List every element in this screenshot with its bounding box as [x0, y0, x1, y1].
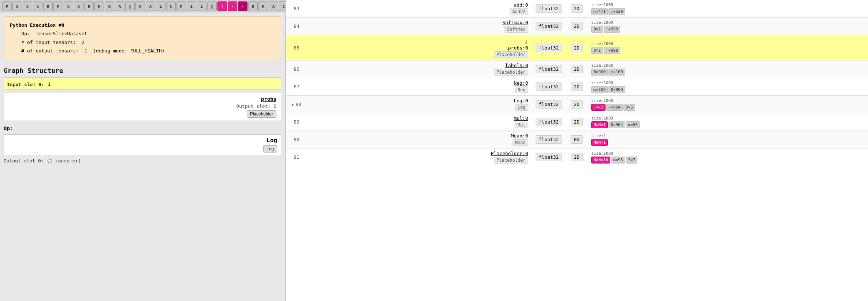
toolbar-btn-5[interactable]: M: [53, 1, 63, 11]
row-number: 91: [286, 148, 308, 166]
row-number: 85: [286, 35, 308, 60]
output-slot-0-label: Output slot 0: (1 consumer): [0, 157, 285, 165]
op-name-cell: add:0 AddV2: [308, 0, 532, 18]
op-button[interactable]: Log: [263, 145, 277, 153]
dim-box: 0D: [571, 135, 583, 144]
table-row: 85 ↓ probs:0 Placeholder float322D size:…: [286, 35, 868, 60]
size-label: size:1000: [591, 116, 864, 121]
info-op-value: TensorSliceDataset: [36, 31, 87, 36]
toolbar-btn-6[interactable]: S: [64, 1, 73, 11]
size-label: size:1000: [591, 63, 864, 68]
toolbar-btn-2[interactable]: S: [23, 1, 32, 11]
toolbar-btn-15[interactable]: E: [156, 1, 165, 11]
expand-arrow-icon[interactable]: ▶: [292, 103, 294, 107]
right-panel: 83 add:0 AddV2 float322D size:1000 ▭×471…: [286, 0, 868, 301]
size-badges: 0×1▭×999: [591, 26, 864, 33]
toolbar-btn-21[interactable]: !: [217, 1, 227, 11]
toolbar-btn-0[interactable]: P: [2, 1, 12, 11]
op-bottom-label: Log: [515, 104, 528, 111]
toolbar-btn-25[interactable]: R: [258, 1, 268, 11]
op-bottom-label: Mul: [515, 122, 528, 128]
toolbar-btn-20[interactable]: m: [207, 1, 217, 11]
info-box: Python Execution #0 Op: TensorSliceDatas…: [4, 16, 281, 60]
op-name-display: Log: [267, 137, 277, 144]
toolbar-btn-7[interactable]: S: [74, 1, 83, 11]
info-debug-mode: (debug mode: FULL_HEALTH): [93, 48, 165, 54]
size-badges: -∞×1▭×9940×5: [591, 104, 864, 111]
dtype-cell: float32: [532, 0, 566, 18]
dim-cell: 2D: [566, 113, 588, 131]
graph-structure-title: Graph Structure: [0, 64, 285, 76]
size-label: size:1000: [591, 81, 864, 85]
size-badge: ▭×100: [591, 86, 608, 93]
placeholder-button[interactable]: Placeholder: [247, 110, 276, 118]
table-row: 89 mul:0 Mul float322D size:1000 NaN×10×…: [286, 113, 868, 131]
size-badge: ▭×95: [626, 121, 640, 128]
dim-cell: 2D: [566, 35, 588, 60]
size-badges: NaN×10×904▭×95: [591, 121, 864, 128]
info-input-label: # of input tensors:: [21, 40, 76, 45]
table-container[interactable]: 83 add:0 AddV2 float322D size:1000 ▭×471…: [286, 0, 868, 301]
size-label: size:1000: [591, 3, 864, 7]
toolbar-btn-23[interactable]: -: [238, 1, 247, 11]
toolbar-btn-17[interactable]: M: [176, 1, 186, 11]
op-box: Log Log: [4, 134, 281, 155]
dtype-cell: float32: [532, 60, 566, 78]
op-name-cell: Log:0 Log: [308, 96, 532, 113]
toolbar-btn-11[interactable]: A: [115, 1, 124, 11]
size-badge: NaN×10: [591, 157, 610, 164]
toolbar-btn-10[interactable]: R: [105, 1, 114, 11]
size-badge: NaN×1: [591, 121, 608, 128]
toolbar-btn-9[interactable]: R: [94, 1, 104, 11]
op-top-label: Placeholder:0: [311, 151, 528, 156]
toolbar-btn-19[interactable]: I: [197, 1, 206, 11]
dim-cell: 2D: [566, 18, 588, 35]
op-bottom-label: Placeholder: [494, 69, 528, 76]
toolbar-btn-14[interactable]: A: [146, 1, 155, 11]
op-name-cell: ↓ probs:0 Placeholder: [308, 35, 532, 60]
toolbar-btn-3[interactable]: S: [33, 1, 42, 11]
size-badges: ▭×471▭×529: [591, 8, 864, 15]
dim-cell: 2D: [566, 78, 588, 96]
dtype-box: float32: [536, 100, 562, 109]
op-name-cell: Placeholder:0 Placeholder: [308, 148, 532, 166]
op-name-cell: Softmax:0 Softmax: [308, 18, 532, 35]
size-badge: 3×7: [626, 157, 638, 164]
info-input-value: 2: [82, 40, 85, 45]
dtype-box: float32: [536, 65, 562, 73]
dim-cell: 0D: [566, 131, 588, 148]
toolbar: PSSSRMSSRRRAmAAECMIIm!--RRACRRP: [0, 0, 285, 12]
toolbar-btn-27[interactable]: C: [279, 1, 285, 11]
toolbar-btn-4[interactable]: R: [43, 1, 53, 11]
size-badge: ▭×100: [608, 69, 625, 76]
dtype-box: float32: [536, 22, 562, 30]
size-badge: ▭×529: [608, 8, 625, 15]
size-badges: ▭×1000×900: [591, 86, 864, 93]
op-top-label: Softmax:0: [311, 20, 528, 25]
toolbar-btn-13[interactable]: A: [135, 1, 145, 11]
size-badge: 0×1: [591, 26, 603, 33]
toolbar-btn-22[interactable]: -: [228, 1, 237, 11]
dim-box: 2D: [571, 22, 583, 30]
toolbar-btn-8[interactable]: R: [84, 1, 94, 11]
toolbar-btn-18[interactable]: I: [187, 1, 196, 11]
info-output-tensors: # of output tensors: 1 (debug mode: FULL…: [10, 47, 275, 55]
size-badge: ▭×999: [604, 47, 620, 54]
toolbar-btn-1[interactable]: S: [12, 1, 22, 11]
op-name-cell: Neg:0 Neg: [308, 78, 532, 96]
toolbar-btn-26[interactable]: A: [269, 1, 278, 11]
toolbar-btn-24[interactable]: R: [248, 1, 258, 11]
dim-box: 2D: [571, 153, 583, 161]
slot-content: probs Output slot: 0 Placeholder: [4, 93, 281, 121]
size-badge: 0×1: [591, 47, 603, 54]
toolbar-btn-16[interactable]: C: [166, 1, 176, 11]
table-row: 87 Neg:0 Neg float322D size:1000 ▭×1000×…: [286, 78, 868, 96]
dtype-cell: float32: [532, 131, 566, 148]
dtype-box: float32: [536, 118, 562, 126]
down-arrow-icon: ↓: [47, 79, 52, 88]
toolbar-btn-12[interactable]: m: [125, 1, 135, 11]
size-badges: 0×1▭×999: [591, 47, 864, 54]
dim-cell: 2D: [566, 148, 588, 166]
row-number: 87: [286, 78, 308, 96]
probs-link[interactable]: probs: [261, 96, 276, 102]
